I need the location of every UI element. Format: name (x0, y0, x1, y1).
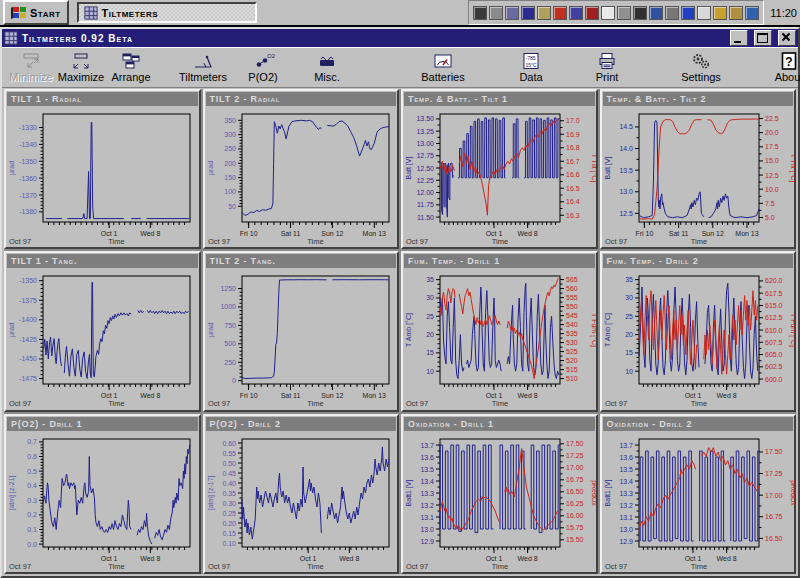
panel-title-oxid-drill2[interactable]: Oxidation - Drill 2 (603, 417, 794, 431)
svg-text:Batt1 [V]: Batt1 [V] (405, 479, 413, 506)
svg-text:16.9: 16.9 (566, 131, 580, 138)
svg-text:12.75: 12.75 (416, 152, 434, 159)
svg-text:Batt [V]: Batt [V] (405, 156, 413, 179)
about-button[interactable]: ?About (764, 50, 800, 84)
svg-text:Wed 8: Wed 8 (140, 392, 160, 399)
svg-text:Fri 10: Fri 10 (239, 230, 257, 237)
panel-title-tilt2-tang[interactable]: TILT 2 - Tang. (206, 254, 397, 268)
chart-area-oxid-drill1: 13.713.613.513.413.313.213.113.012.9Batt… (403, 432, 596, 572)
grid-status-icon[interactable] (745, 6, 759, 20)
svg-text:10: 10 (426, 368, 434, 375)
tiltmeter-icon (191, 51, 215, 71)
svg-text:0.20: 0.20 (222, 519, 236, 526)
mdi-client-area: TILT 1 - Radial-1330-1340-1350-1360-1370… (4, 89, 796, 574)
data-table-icon: -78515°C (519, 51, 543, 71)
svg-text:7.5: 7.5 (765, 200, 775, 207)
panel-title-tilt2-radial[interactable]: TILT 2 - Radial (206, 92, 397, 106)
panel-title-tilt1-tang[interactable]: TILT 1 - Tang. (7, 254, 198, 268)
svg-text:13.5: 13.5 (619, 465, 633, 472)
window-close-button[interactable] (778, 30, 796, 46)
window-maximize-button[interactable] (754, 30, 772, 46)
window-titlebar[interactable]: Tiltmeters 0.92 Beta (2, 29, 798, 47)
sps-status-icon[interactable] (601, 6, 615, 20)
taskbar-task-tiltmeters[interactable]: Tiltmeters (77, 2, 257, 23)
settings-button[interactable]: Settings (676, 50, 726, 84)
batteries-button[interactable]: Batteries (418, 50, 468, 84)
chart-oxid-drill2: 13.713.613.513.413.313.213.113.012.9Batt… (602, 432, 795, 572)
svg-text:605.0: 605.0 (765, 351, 783, 358)
svg-text:16.4: 16.4 (566, 198, 580, 205)
svg-text:17.00: 17.00 (765, 491, 783, 498)
svg-text:13.6: 13.6 (619, 453, 633, 460)
drive-stack-icon[interactable] (617, 6, 631, 20)
panel-title-oxid-drill1[interactable]: Oxidation - Drill 1 (404, 417, 595, 431)
svg-text:T Tilt [°C]: T Tilt [°C] (789, 154, 795, 183)
svg-text:Fri 10: Fri 10 (239, 392, 257, 399)
svg-text:Oct 97: Oct 97 (208, 399, 230, 408)
print-button[interactable]: Print (582, 50, 632, 84)
svg-text:Oct 97: Oct 97 (208, 562, 230, 571)
panel-title-po2-drill2[interactable]: P(O2) - Drill 2 (206, 417, 397, 431)
svg-text:Oct 97: Oct 97 (9, 237, 31, 246)
svg-text:15: 15 (426, 350, 434, 357)
svg-text:15.50: 15.50 (566, 536, 584, 543)
svg-text:15.0: 15.0 (765, 157, 779, 164)
svg-text:100: 100 (224, 188, 236, 195)
toolbar-button-label: Maximize (58, 71, 104, 83)
svg-text:617.5: 617.5 (765, 290, 783, 297)
tiltmeters-button[interactable]: Tiltmeters (178, 50, 228, 84)
chart-po2-drill1: 0.70.60.50.40.30.20.10.0[atm] [z-21]Oct … (6, 432, 199, 572)
svg-text:530: 530 (566, 339, 578, 346)
svg-text:17.00: 17.00 (566, 464, 584, 471)
data-button[interactable]: -78515°CData (506, 50, 556, 84)
misc-button[interactable]: Misc. (302, 50, 352, 84)
svg-text:Wed 8: Wed 8 (140, 230, 160, 237)
battery-gauge-icon (431, 51, 455, 71)
svg-text:0.7: 0.7 (27, 438, 37, 445)
maximize-button[interactable]: Maximize (56, 50, 106, 84)
chart-area-tilt1-tang: -1350-1375-1400-1425-1450-1475µradOct 1W… (6, 269, 199, 409)
network-graph-icon[interactable] (649, 6, 663, 20)
misc-icon (315, 51, 339, 71)
svg-text:Oct 97: Oct 97 (406, 399, 428, 408)
taskbar: Start Tiltmeters 11:20 (0, 0, 800, 27)
po2-button[interactable]: O2P(O2) (238, 50, 288, 84)
phone-icon[interactable] (489, 6, 503, 20)
tiltmeters-app-icon (4, 31, 18, 45)
svg-text:550: 550 (566, 303, 578, 310)
svg-text:250: 250 (224, 145, 236, 152)
svg-text:612.5: 612.5 (765, 315, 783, 322)
svg-text:Oct 1: Oct 1 (299, 555, 316, 562)
arrange-button[interactable]: Arrange (106, 50, 156, 84)
svg-text:13.7: 13.7 (619, 441, 633, 448)
panel-title-tb-tilt1[interactable]: Temp. & Batt. - Tilt 1 (404, 92, 595, 106)
svg-text:0.35: 0.35 (222, 489, 236, 496)
svg-text:17.50: 17.50 (765, 448, 783, 455)
svg-text:35: 35 (625, 276, 633, 283)
notebook-icon[interactable] (569, 6, 583, 20)
shield-icon[interactable] (505, 6, 519, 20)
flag-icon[interactable] (553, 6, 567, 20)
calculator-icon[interactable] (697, 6, 711, 20)
monitor-blue-icon[interactable] (681, 6, 695, 20)
svg-text:0.6: 0.6 (27, 453, 37, 460)
panel-title-tb-tilt2[interactable]: Temp. & Batt. - Tilt 2 (603, 92, 794, 106)
ups-monitor-icon[interactable] (473, 6, 487, 20)
display-icon[interactable] (521, 6, 535, 20)
disconnect-icon[interactable] (585, 6, 599, 20)
window-minimize-button[interactable] (730, 30, 748, 46)
desktop-screen: Start Tiltmeters 11:20 Tiltmeters 0.92 B… (0, 0, 800, 578)
start-button[interactable]: Start (3, 0, 69, 25)
panel-title-tilt1-radial[interactable]: TILT 1 - Radial (7, 92, 198, 106)
volume-icon[interactable] (537, 6, 551, 20)
panel-title-po2-drill1[interactable]: P(O2) - Drill 1 (7, 417, 198, 431)
bank-icon[interactable] (729, 6, 743, 20)
panel-title-fum-drill2[interactable]: Fum. Temp. - Drill 2 (603, 254, 794, 268)
svg-text:0: 0 (232, 378, 236, 385)
panel-title-fum-drill1[interactable]: Fum. Temp. - Drill 1 (404, 254, 595, 268)
satellite-icon[interactable] (665, 6, 679, 20)
pencil-icon[interactable] (713, 6, 727, 20)
svg-text:Time: Time (108, 237, 124, 246)
camera-icon[interactable] (633, 6, 647, 20)
svg-text:35: 35 (426, 276, 434, 283)
